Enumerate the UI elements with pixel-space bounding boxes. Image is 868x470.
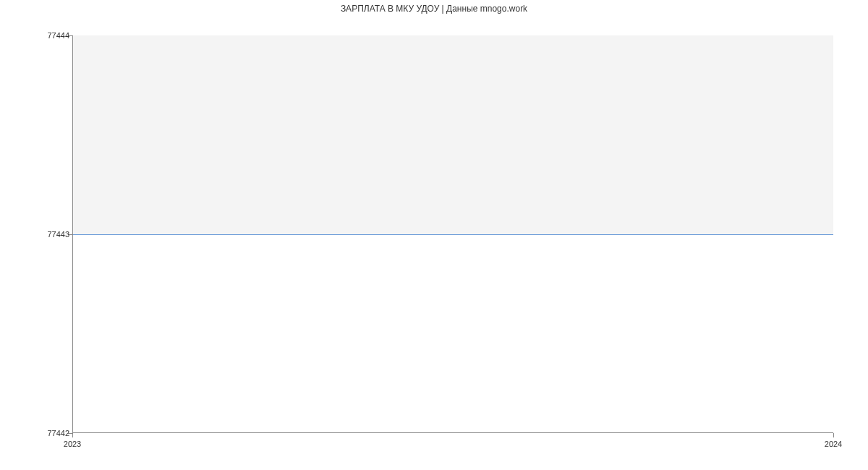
area-line bbox=[73, 234, 833, 235]
y-tick-label: 77443 bbox=[47, 230, 69, 239]
x-tick-label: 2024 bbox=[825, 440, 842, 448]
plot-area bbox=[72, 35, 833, 433]
chart-title: ЗАРПЛАТА В МКУ УДОУ | Данные mnogo.work bbox=[0, 4, 868, 14]
chart-container: ЗАРПЛАТА В МКУ УДОУ | Данные mnogo.work … bbox=[0, 0, 868, 470]
y-tick-label: 77444 bbox=[47, 31, 69, 40]
area-fill bbox=[73, 35, 833, 234]
x-tick-line bbox=[833, 433, 834, 437]
x-tick-line bbox=[72, 433, 73, 437]
y-tick-label: 77442 bbox=[47, 429, 69, 437]
x-tick-label: 2023 bbox=[64, 440, 81, 448]
